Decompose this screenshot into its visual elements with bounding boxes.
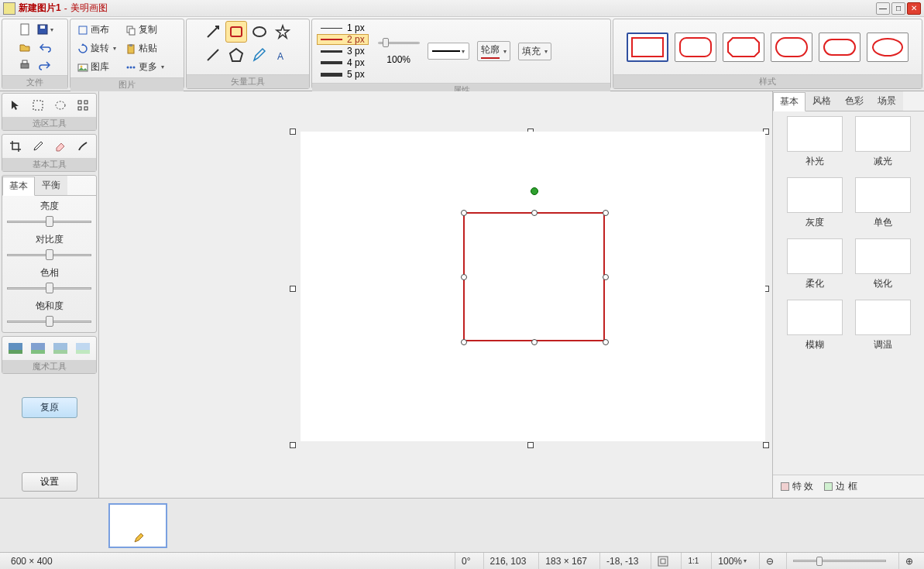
fill-dropdown[interactable]: 填充 bbox=[518, 43, 551, 60]
fx-blur[interactable]: 模糊 bbox=[785, 300, 845, 358]
rtab-basic[interactable]: 基本 bbox=[773, 92, 805, 111]
svg-point-16 bbox=[253, 27, 266, 36]
brightness-slider[interactable] bbox=[7, 215, 91, 228]
maximize-button[interactable]: □ bbox=[891, 2, 905, 15]
style-pill[interactable] bbox=[819, 33, 860, 62]
lw-3px[interactable]: 3 px bbox=[317, 46, 369, 57]
saturation-slider[interactable] bbox=[7, 315, 91, 327]
bbox-handle-bc[interactable] bbox=[527, 442, 534, 448]
magic-3[interactable] bbox=[51, 340, 70, 357]
open-button[interactable] bbox=[15, 39, 34, 56]
zoom-in-button[interactable]: ⊕ bbox=[898, 553, 919, 569]
lw-5-label: 5 px bbox=[347, 69, 365, 80]
line-style-dropdown[interactable] bbox=[428, 43, 469, 60]
hue-slider[interactable] bbox=[7, 282, 91, 294]
arrow-tool[interactable] bbox=[202, 21, 224, 43]
settings-button[interactable]: 设置 bbox=[22, 472, 77, 492]
magic-1[interactable] bbox=[6, 340, 25, 357]
eyedropper-tool[interactable] bbox=[29, 138, 47, 155]
bbox-handle-ml[interactable] bbox=[290, 286, 296, 292]
lw-5px[interactable]: 5 px bbox=[317, 69, 369, 80]
fx-temperature[interactable]: 调温 bbox=[853, 300, 913, 358]
style-ellipse[interactable] bbox=[867, 33, 909, 62]
document-thumbnail[interactable] bbox=[108, 503, 167, 548]
magic-4[interactable] bbox=[74, 340, 92, 357]
lasso-select-tool[interactable] bbox=[74, 97, 92, 114]
style-cutcorner[interactable] bbox=[723, 33, 764, 62]
rotation-handle[interactable] bbox=[531, 187, 538, 195]
new-button[interactable] bbox=[15, 21, 34, 38]
drawn-rectangle[interactable] bbox=[463, 212, 605, 341]
style-rect[interactable] bbox=[627, 33, 668, 62]
restore-button[interactable]: 复原 bbox=[22, 397, 77, 418]
magic-2[interactable] bbox=[29, 340, 47, 357]
status-fit-icon[interactable] bbox=[651, 553, 675, 569]
tab-balance-adjust[interactable]: 平衡 bbox=[35, 176, 67, 195]
undo-button[interactable] bbox=[36, 39, 54, 56]
rect-handle-tl[interactable] bbox=[461, 210, 467, 216]
pointer-tool[interactable] bbox=[6, 97, 25, 114]
lw-4px[interactable]: 4 px bbox=[317, 57, 369, 68]
style-rounded[interactable] bbox=[675, 33, 716, 62]
style-pill-tall[interactable] bbox=[771, 33, 812, 62]
print-button[interactable] bbox=[15, 57, 34, 74]
rtab-color[interactable]: 色彩 bbox=[838, 91, 871, 111]
contrast-slider[interactable] bbox=[7, 249, 91, 261]
zoom-out-button[interactable]: ⊖ bbox=[759, 553, 780, 569]
rect-handle-bc[interactable] bbox=[531, 339, 538, 345]
copy-button[interactable]: 复制 bbox=[122, 21, 168, 39]
line-tool[interactable] bbox=[202, 44, 224, 66]
bbox-handle-br[interactable] bbox=[763, 442, 769, 448]
polygon-tool[interactable] bbox=[225, 44, 247, 66]
redo-button[interactable] bbox=[36, 57, 54, 74]
bbox-handle-bl[interactable] bbox=[290, 442, 296, 448]
rectangle-tool[interactable] bbox=[225, 21, 247, 43]
cat-borders[interactable]: 边 框 bbox=[824, 480, 857, 493]
canvas-area[interactable] bbox=[99, 91, 772, 498]
minimize-button[interactable]: — bbox=[876, 2, 890, 15]
library-button[interactable]: 图库 bbox=[74, 58, 120, 76]
rect-handle-bl[interactable] bbox=[461, 339, 467, 345]
star-tool[interactable] bbox=[272, 21, 294, 43]
ellipse-select-tool[interactable] bbox=[51, 97, 70, 114]
zoom-slider[interactable] bbox=[793, 556, 886, 567]
rtab-style[interactable]: 风格 bbox=[805, 91, 838, 111]
opacity-slider[interactable] bbox=[378, 37, 420, 48]
fx-sharpen[interactable]: 锐化 bbox=[853, 238, 913, 296]
eraser-tool[interactable] bbox=[51, 138, 70, 155]
rect-handle-ml[interactable] bbox=[461, 274, 467, 280]
rotate-button[interactable]: 旋转 bbox=[74, 39, 120, 57]
rect-select-tool[interactable] bbox=[29, 97, 47, 114]
bbox-handle-tl[interactable] bbox=[290, 129, 296, 135]
crop-tool[interactable] bbox=[6, 138, 25, 155]
rtab-scene[interactable]: 场景 bbox=[871, 91, 903, 111]
svg-rect-39 bbox=[658, 557, 668, 566]
rect-handle-mr[interactable] bbox=[603, 274, 609, 280]
svg-rect-15 bbox=[231, 27, 242, 36]
brush-tool[interactable] bbox=[74, 138, 92, 155]
outline-dropdown[interactable]: 轮廓 bbox=[477, 41, 510, 61]
fx-reduce-light[interactable]: 减光 bbox=[853, 116, 913, 174]
fx-fill-light[interactable]: 补光 bbox=[785, 116, 845, 174]
rect-handle-br[interactable] bbox=[603, 339, 609, 345]
text-tool[interactable]: A bbox=[272, 44, 294, 66]
status-1to1-icon[interactable]: 1:1 bbox=[681, 553, 705, 569]
ellipse-tool[interactable] bbox=[249, 21, 270, 43]
fx-soften[interactable]: 柔化 bbox=[785, 238, 845, 296]
paste-button[interactable]: 粘贴 bbox=[122, 39, 168, 57]
save-button[interactable] bbox=[36, 21, 54, 38]
rect-handle-tr[interactable] bbox=[603, 210, 609, 216]
cat-effects[interactable]: 特 效 bbox=[781, 480, 813, 493]
fx-grayscale[interactable]: 灰度 bbox=[785, 177, 845, 235]
rect-handle-tc[interactable] bbox=[531, 210, 538, 216]
tab-basic-adjust[interactable]: 基本 bbox=[2, 177, 35, 196]
canvas-button[interactable]: 画布 bbox=[74, 21, 120, 39]
pencil-tool[interactable] bbox=[249, 44, 270, 66]
close-button[interactable]: ✕ bbox=[907, 2, 921, 15]
status-zoom[interactable]: 100% bbox=[711, 553, 753, 569]
fx-monochrome[interactable]: 单色 bbox=[853, 177, 913, 235]
lw-2px[interactable]: 2 px bbox=[317, 34, 369, 45]
canvas[interactable] bbox=[301, 132, 765, 441]
more-button[interactable]: 更多 bbox=[122, 58, 168, 76]
lw-1px[interactable]: 1 px bbox=[317, 22, 369, 33]
